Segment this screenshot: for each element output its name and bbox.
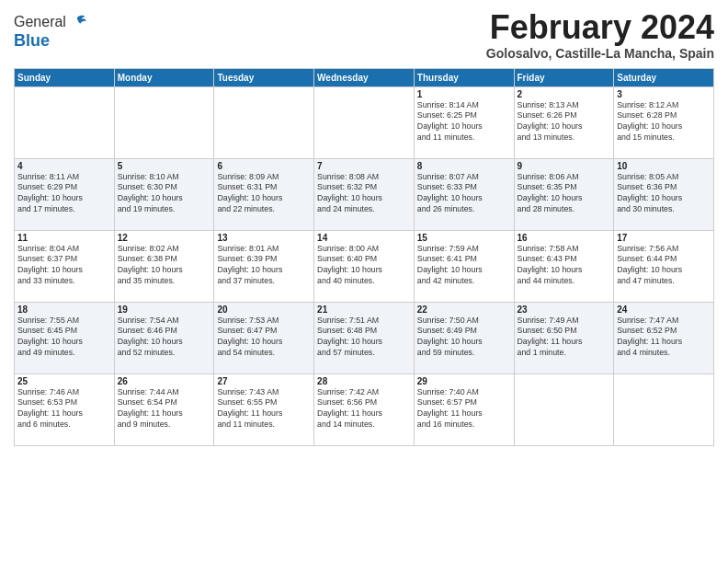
logo-general-text: General xyxy=(14,14,66,30)
calendar-cell: 24Sunrise: 7:47 AM Sunset: 6:52 PM Dayli… xyxy=(614,302,714,373)
day-info: Sunrise: 8:02 AM Sunset: 6:38 PM Dayligh… xyxy=(118,244,211,288)
calendar-cell: 9Sunrise: 8:06 AM Sunset: 6:35 PM Daylig… xyxy=(514,158,614,230)
day-number: 7 xyxy=(317,161,411,171)
col-header-saturday: Saturday xyxy=(614,68,714,86)
day-info: Sunrise: 7:49 AM Sunset: 6:50 PM Dayligh… xyxy=(518,316,611,360)
day-info: Sunrise: 7:40 AM Sunset: 6:57 PM Dayligh… xyxy=(417,387,511,431)
day-info: Sunrise: 8:07 AM Sunset: 6:33 PM Dayligh… xyxy=(417,172,511,216)
day-info: Sunrise: 8:13 AM Sunset: 6:26 PM Dayligh… xyxy=(518,100,611,144)
day-number: 10 xyxy=(617,161,711,171)
day-number: 28 xyxy=(317,376,411,386)
logo-line1: General xyxy=(14,13,86,31)
day-info: Sunrise: 8:06 AM Sunset: 6:35 PM Dayligh… xyxy=(518,172,611,216)
day-info: Sunrise: 7:42 AM Sunset: 6:56 PM Dayligh… xyxy=(317,387,411,431)
day-number: 4 xyxy=(17,161,111,171)
location: Golosalvo, Castille-La Mancha, Spain xyxy=(486,46,714,61)
calendar-week-4: 18Sunrise: 7:55 AM Sunset: 6:45 PM Dayli… xyxy=(15,302,714,373)
calendar-cell: 12Sunrise: 8:02 AM Sunset: 6:38 PM Dayli… xyxy=(114,230,214,302)
day-number: 24 xyxy=(617,304,711,315)
calendar-cell: 29Sunrise: 7:40 AM Sunset: 6:57 PM Dayli… xyxy=(414,373,514,445)
col-header-sunday: Sunday xyxy=(15,68,115,86)
day-number: 26 xyxy=(118,376,211,386)
calendar-table: SundayMondayTuesdayWednesdayThursdayFrid… xyxy=(14,68,714,446)
day-info: Sunrise: 8:05 AM Sunset: 6:36 PM Dayligh… xyxy=(617,172,711,216)
calendar-cell: 10Sunrise: 8:05 AM Sunset: 6:36 PM Dayli… xyxy=(614,158,714,230)
day-number: 23 xyxy=(518,304,611,315)
day-info: Sunrise: 7:59 AM Sunset: 6:41 PM Dayligh… xyxy=(417,244,511,288)
day-info: Sunrise: 8:10 AM Sunset: 6:30 PM Dayligh… xyxy=(118,172,211,216)
day-number: 2 xyxy=(518,89,611,99)
day-number: 25 xyxy=(17,376,111,386)
day-number: 21 xyxy=(317,304,411,315)
calendar-cell: 2Sunrise: 8:13 AM Sunset: 6:26 PM Daylig… xyxy=(514,86,614,158)
calendar-cell: 13Sunrise: 8:01 AM Sunset: 6:39 PM Dayli… xyxy=(214,230,314,302)
calendar-cell xyxy=(614,373,714,445)
day-info: Sunrise: 8:01 AM Sunset: 6:39 PM Dayligh… xyxy=(217,244,311,288)
calendar-cell xyxy=(214,86,314,158)
day-info: Sunrise: 7:50 AM Sunset: 6:49 PM Dayligh… xyxy=(417,316,511,360)
day-number: 9 xyxy=(518,161,611,171)
day-info: Sunrise: 8:14 AM Sunset: 6:25 PM Dayligh… xyxy=(417,100,511,144)
calendar-cell: 18Sunrise: 7:55 AM Sunset: 6:45 PM Dayli… xyxy=(15,302,115,373)
day-info: Sunrise: 8:00 AM Sunset: 6:40 PM Dayligh… xyxy=(317,244,411,288)
col-header-thursday: Thursday xyxy=(414,68,514,86)
day-info: Sunrise: 7:54 AM Sunset: 6:46 PM Dayligh… xyxy=(118,316,211,360)
calendar-week-2: 4Sunrise: 8:11 AM Sunset: 6:29 PM Daylig… xyxy=(15,158,714,230)
col-header-friday: Friday xyxy=(514,68,614,86)
day-number: 8 xyxy=(417,161,511,171)
day-info: Sunrise: 8:12 AM Sunset: 6:28 PM Dayligh… xyxy=(617,100,711,144)
day-number: 18 xyxy=(17,304,111,315)
day-info: Sunrise: 7:55 AM Sunset: 6:45 PM Dayligh… xyxy=(17,316,111,360)
calendar-cell: 19Sunrise: 7:54 AM Sunset: 6:46 PM Dayli… xyxy=(114,302,214,373)
day-info: Sunrise: 7:47 AM Sunset: 6:52 PM Dayligh… xyxy=(617,316,711,360)
day-info: Sunrise: 8:08 AM Sunset: 6:32 PM Dayligh… xyxy=(317,172,411,216)
day-number: 15 xyxy=(417,233,511,243)
day-number: 16 xyxy=(518,233,611,243)
calendar-cell: 22Sunrise: 7:50 AM Sunset: 6:49 PM Dayli… xyxy=(414,302,514,373)
col-header-tuesday: Tuesday xyxy=(214,68,314,86)
logo: General Blue xyxy=(14,13,86,51)
day-number: 22 xyxy=(417,304,511,315)
calendar-cell: 27Sunrise: 7:43 AM Sunset: 6:55 PM Dayli… xyxy=(214,373,314,445)
day-number: 3 xyxy=(617,89,711,99)
logo-bird-icon xyxy=(68,13,86,31)
calendar-cell: 3Sunrise: 8:12 AM Sunset: 6:28 PM Daylig… xyxy=(614,86,714,158)
page: General Blue February 2024 Golosalvo, Ca… xyxy=(0,0,728,563)
day-info: Sunrise: 8:09 AM Sunset: 6:31 PM Dayligh… xyxy=(217,172,311,216)
calendar-cell: 25Sunrise: 7:46 AM Sunset: 6:53 PM Dayli… xyxy=(15,373,115,445)
calendar-cell: 1Sunrise: 8:14 AM Sunset: 6:25 PM Daylig… xyxy=(414,86,514,158)
day-info: Sunrise: 7:58 AM Sunset: 6:43 PM Dayligh… xyxy=(518,244,611,288)
calendar-cell: 26Sunrise: 7:44 AM Sunset: 6:54 PM Dayli… xyxy=(114,373,214,445)
day-number: 19 xyxy=(118,304,211,315)
day-info: Sunrise: 7:46 AM Sunset: 6:53 PM Dayligh… xyxy=(17,387,111,431)
title-block: February 2024 Golosalvo, Castille-La Man… xyxy=(486,9,714,61)
day-info: Sunrise: 7:56 AM Sunset: 6:44 PM Dayligh… xyxy=(617,244,711,288)
calendar-cell: 11Sunrise: 8:04 AM Sunset: 6:37 PM Dayli… xyxy=(15,230,115,302)
day-info: Sunrise: 7:51 AM Sunset: 6:48 PM Dayligh… xyxy=(317,316,411,360)
calendar-cell: 4Sunrise: 8:11 AM Sunset: 6:29 PM Daylig… xyxy=(15,158,115,230)
calendar-cell: 7Sunrise: 8:08 AM Sunset: 6:32 PM Daylig… xyxy=(314,158,415,230)
day-number: 17 xyxy=(617,233,711,243)
header: General Blue February 2024 Golosalvo, Ca… xyxy=(14,9,714,61)
calendar-cell xyxy=(114,86,214,158)
day-info: Sunrise: 8:04 AM Sunset: 6:37 PM Dayligh… xyxy=(17,244,111,288)
calendar-cell: 28Sunrise: 7:42 AM Sunset: 6:56 PM Dayli… xyxy=(314,373,415,445)
calendar-cell: 5Sunrise: 8:10 AM Sunset: 6:30 PM Daylig… xyxy=(114,158,214,230)
day-info: Sunrise: 7:43 AM Sunset: 6:55 PM Dayligh… xyxy=(217,387,311,431)
day-number: 20 xyxy=(217,304,311,315)
day-number: 1 xyxy=(417,89,511,99)
calendar-cell: 8Sunrise: 8:07 AM Sunset: 6:33 PM Daylig… xyxy=(414,158,514,230)
calendar-cell: 21Sunrise: 7:51 AM Sunset: 6:48 PM Dayli… xyxy=(314,302,415,373)
calendar-cell: 20Sunrise: 7:53 AM Sunset: 6:47 PM Dayli… xyxy=(214,302,314,373)
calendar-header-row: SundayMondayTuesdayWednesdayThursdayFrid… xyxy=(15,68,714,86)
day-info: Sunrise: 7:53 AM Sunset: 6:47 PM Dayligh… xyxy=(217,316,311,360)
calendar-cell: 6Sunrise: 8:09 AM Sunset: 6:31 PM Daylig… xyxy=(214,158,314,230)
calendar-cell xyxy=(15,86,115,158)
calendar-week-3: 11Sunrise: 8:04 AM Sunset: 6:37 PM Dayli… xyxy=(15,230,714,302)
col-header-monday: Monday xyxy=(114,68,214,86)
day-number: 11 xyxy=(17,233,111,243)
logo-blue-text: Blue xyxy=(14,31,86,51)
day-number: 13 xyxy=(217,233,311,243)
col-header-wednesday: Wednesday xyxy=(314,68,415,86)
day-number: 27 xyxy=(217,376,311,386)
